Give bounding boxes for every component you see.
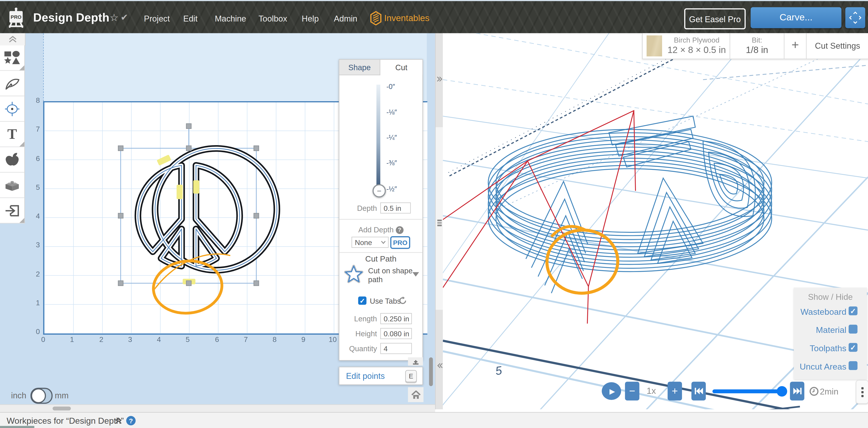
length-label: Length (339, 315, 377, 323)
workpieces-label: Workpieces for “Design Depth” (7, 416, 124, 426)
material-swatch[interactable] (647, 35, 662, 56)
cut-settings-button[interactable]: Cut Settings (807, 41, 868, 51)
get-easel-pro-button[interactable]: Get Easel Pro (684, 8, 746, 29)
toolpath-rings (488, 130, 772, 272)
depth-scale-1-8: -⅛″ (386, 108, 397, 116)
length-input[interactable]: 0.250 in (380, 313, 412, 324)
double-chevron-up-icon (8, 36, 17, 42)
depth-scale-3-8: -⅜″ (386, 159, 397, 167)
tool-text[interactable]: T (0, 122, 25, 147)
play-button[interactable]: ▶ (602, 382, 621, 400)
pro-badge: PRO (390, 236, 410, 249)
depth-slider-track[interactable] (376, 85, 380, 190)
menu-admin[interactable]: Admin (334, 14, 358, 23)
workpieces-bar: Workpieces for “Design Depth” ? (0, 412, 868, 428)
jog-arrows-icon (849, 11, 861, 25)
home-icon (411, 390, 421, 399)
text-tool-icon: T (7, 127, 17, 141)
workpiece-thumbnail[interactable] (0, 426, 34, 428)
refresh-tabs-icon[interactable] (399, 296, 407, 307)
origin-crosshair-icon (3, 100, 21, 117)
rotation-handle[interactable] (186, 124, 191, 129)
kebab-icon (861, 387, 863, 389)
workpieces-help-icon[interactable]: ? (126, 416, 136, 426)
material-name[interactable]: Birch Plywood (665, 36, 728, 44)
svg-text:PRO: PRO (11, 14, 22, 20)
time-estimate-clock-icon (809, 387, 819, 398)
faster-button[interactable]: + (668, 382, 682, 400)
tab-cut[interactable]: Cut (380, 60, 423, 75)
height-input[interactable]: 0.080 in (380, 328, 412, 339)
menu-toolbox[interactable]: Toolbox (258, 14, 287, 23)
cut-panel: Shape Cut -0″ -⅛″ -¼″ -⅜″ -½″ − Depth 0.… (339, 59, 423, 361)
tool-apps[interactable] (0, 147, 25, 172)
depth-scale-0: -0″ (386, 83, 395, 91)
uncut-areas-checkbox[interactable] (849, 361, 858, 370)
tool-pen[interactable] (0, 71, 25, 96)
menu-edit[interactable]: Edit (183, 14, 197, 23)
edit-points-shortcut-key: E (405, 370, 417, 382)
depth-input[interactable]: 0.5 in (380, 202, 411, 213)
toolpaths-checkbox[interactable]: ✓ (849, 343, 858, 352)
submenu-fold (19, 218, 24, 223)
jog-machine-button[interactable] (845, 7, 865, 28)
expand-right-icon[interactable] (437, 76, 443, 82)
tool-shapes[interactable] (0, 45, 25, 71)
pane-divider[interactable] (435, 33, 443, 409)
simulation-progress-slider[interactable] (713, 389, 782, 393)
more-options-button[interactable] (856, 380, 868, 404)
toggle-knob (31, 388, 46, 403)
easel-icon: PRO (7, 7, 25, 28)
top-bar: PRO Design Depth ☆ ✔ Project Edit Machin… (0, 0, 868, 34)
favorite-star-icon[interactable]: ☆ (110, 11, 119, 24)
collapse-left-icon[interactable] (437, 363, 443, 368)
menu-help[interactable]: Help (302, 14, 319, 23)
show-hide-material: Material (794, 325, 846, 335)
quantity-input[interactable]: 4 (380, 343, 412, 354)
use-tabs-checkbox[interactable]: ✓ (358, 296, 367, 305)
edit-points-panel: Edit points E (339, 367, 423, 385)
depth-scale-1-2: -½″ (386, 185, 397, 193)
easel-pro-logo[interactable]: PRO (7, 7, 25, 28)
height-label: Height (339, 330, 377, 338)
brand-link[interactable]: Inventables (384, 13, 430, 23)
toolbar-collapse-button[interactable] (0, 33, 25, 46)
canvas-hscrollbar[interactable] (0, 404, 435, 413)
depth-slider-handle[interactable]: − (373, 184, 386, 197)
depth-scale-1-4: -¼″ (386, 134, 397, 141)
wasteboard-checkbox[interactable]: ✓ (849, 306, 858, 315)
menu-project[interactable]: Project (144, 14, 170, 23)
progress-slider-knob[interactable] (777, 386, 787, 397)
cut-path-value[interactable]: Cut on shape path (368, 267, 413, 284)
add-bit-button[interactable]: + (784, 38, 806, 53)
skip-to-start-button[interactable] (691, 382, 706, 400)
skip-start-icon (694, 388, 703, 394)
submenu-fold (19, 65, 24, 70)
edit-points-link[interactable]: Edit points (346, 371, 385, 381)
tab-shape[interactable]: Shape (339, 60, 380, 75)
slower-button[interactable]: − (625, 382, 640, 400)
collapse-up-icon[interactable] (115, 417, 122, 424)
material-checkbox[interactable] (849, 325, 858, 334)
pin-button[interactable] (408, 357, 423, 366)
inventables-icon[interactable] (370, 11, 382, 26)
tool-import[interactable] (0, 198, 25, 223)
cut-path-star-icon (344, 264, 364, 285)
project-title[interactable]: Design Depth (33, 11, 110, 25)
menu-machine[interactable]: Machine (215, 14, 246, 23)
material-dimensions[interactable]: 12 × 8 × 0.5 in (665, 45, 728, 55)
help-icon[interactable]: ? (396, 226, 403, 234)
shapes-icon (3, 50, 21, 66)
skip-to-end-button[interactable] (790, 382, 805, 400)
bit-value[interactable]: 1/8 in (730, 45, 784, 55)
cut-path-dropdown-caret[interactable] (412, 272, 419, 277)
cut-panel-scrollbar[interactable] (429, 357, 433, 386)
add-depth-select[interactable]: None (351, 237, 389, 248)
unit-toggle[interactable] (30, 388, 53, 404)
home-view-button[interactable] (408, 387, 423, 402)
unit-mm-label: mm (55, 390, 69, 400)
tool-set-origin[interactable] (0, 96, 25, 122)
hscrollbar-thumb[interactable] (53, 406, 71, 410)
carve-button[interactable]: Carve... (751, 7, 841, 28)
tool-blocks[interactable] (0, 172, 25, 198)
